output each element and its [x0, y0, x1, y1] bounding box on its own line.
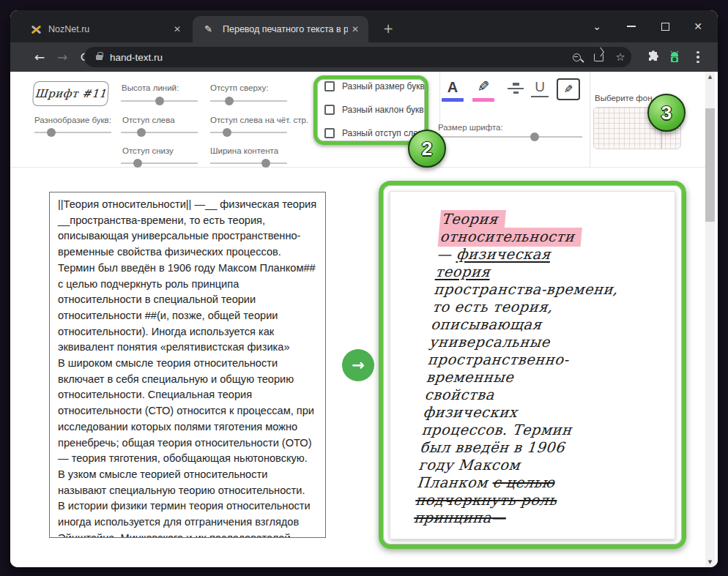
- handwritten-line: универсальные: [428, 334, 672, 351]
- browser-menu-icon[interactable]: [688, 47, 708, 67]
- browser-toolbar: ← → ⟳ hand-text.ru ☆: [10, 42, 718, 72]
- new-tab-button[interactable]: +: [381, 22, 395, 37]
- handwritten-line: временные: [426, 369, 669, 386]
- handwritten-line: Планком с целью: [416, 474, 659, 492]
- content-width-slider[interactable]: [210, 158, 287, 168]
- highlighter-pencil-icon[interactable]: ✎: [472, 78, 494, 95]
- left-margin-slider[interactable]: [121, 127, 198, 138]
- minimize-button[interactable]: [618, 10, 645, 42]
- handwritten-line: был введён в 1906: [420, 439, 663, 457]
- line-height-slider[interactable]: [121, 96, 198, 106]
- checkbox-row[interactable]: Разный размер букв: [324, 81, 425, 91]
- top-margin-slider[interactable]: [210, 96, 287, 106]
- strikethrough-button[interactable]: [508, 83, 524, 94]
- handwritten-line: описывающая: [430, 316, 673, 334]
- scroll-up-icon[interactable]: ▲: [705, 72, 715, 82]
- draw-marker-button[interactable]: ✎: [557, 78, 580, 100]
- handwritten-line: физических: [423, 404, 666, 422]
- slider-label: Разнообразие букв:: [34, 116, 111, 124]
- slider-label: Отступ снизу: [122, 146, 174, 155]
- tab-title: NozNet.ru: [48, 24, 170, 34]
- scroll-down-icon[interactable]: ▼: [705, 557, 715, 567]
- handwritten-line: относительности: [438, 228, 681, 246]
- window-close-button[interactable]: ✕: [685, 10, 711, 42]
- handwritten-line: принципа—: [413, 509, 656, 527]
- misspelled-word: Минковского: [120, 532, 183, 538]
- handwriting-result-paper[interactable]: Теорияотносительности— физическаятеорияп…: [390, 191, 675, 539]
- paragraph: В широком смысле теория относительности …: [58, 356, 317, 498]
- handwritten-line: свойства: [424, 386, 667, 404]
- handwritten-text: Теорияотносительности— физическаятеорияп…: [413, 211, 683, 527]
- browser-window: NozNet.ru ✕ ✎ Перевод печатного текста в…: [10, 10, 718, 567]
- slider-label: Размер шрифта:: [438, 123, 503, 132]
- letter-variety-slider[interactable]: [34, 127, 111, 138]
- url-text[interactable]: hand-text.ru: [110, 52, 565, 63]
- checkbox-left-indent[interactable]: [324, 128, 335, 138]
- tab-close-icon[interactable]: ✕: [348, 22, 363, 37]
- handwritten-line: подчеркнуть роль: [415, 492, 658, 509]
- convert-arrow-button[interactable]: →: [342, 349, 374, 381]
- tab-strip: NozNet.ru ✕ ✎ Перевод печатного текста в…: [10, 10, 718, 42]
- lock-icon: [96, 55, 103, 60]
- bottom-margin-slider[interactable]: [121, 158, 198, 168]
- divider: [10, 167, 705, 168]
- slider-label: Отступ слева: [122, 116, 175, 124]
- tools-icon: [30, 23, 42, 35]
- page-scrollbar[interactable]: ▲ ▼: [705, 72, 715, 567]
- checkbox-row[interactable]: Разный наклон букв: [324, 105, 424, 115]
- handwritten-line: теория: [434, 263, 677, 281]
- scrollbar-thumb[interactable]: [705, 108, 715, 222]
- checkbox-label: Разный наклон букв: [342, 105, 424, 115]
- pen-icon: ✎: [204, 23, 216, 35]
- font-size-slider[interactable]: [437, 132, 582, 142]
- handwritten-line: процессов. Термин: [421, 422, 664, 439]
- tab-search-chevron-icon[interactable]: ⌄: [584, 10, 610, 42]
- page-content: Шрифт #11 Высота линий: Отсутп сверху: Р…: [10, 72, 718, 567]
- handwritten-line: году Максом: [417, 457, 661, 474]
- handwritten-line: пространства-времени,: [433, 281, 676, 299]
- slider-label: Отступ слева на чёт. стр.: [210, 116, 308, 124]
- bookmark-star-icon[interactable]: ☆: [609, 47, 631, 67]
- address-bar[interactable]: hand-text.ru ☆: [84, 47, 631, 67]
- tab-close-icon[interactable]: ✕: [170, 22, 185, 37]
- extensions-puzzle-icon[interactable]: [643, 47, 664, 67]
- maximize-button[interactable]: [652, 10, 678, 42]
- handwritten-line: — физическая: [437, 246, 680, 263]
- font-select-button[interactable]: Шрифт #11: [32, 81, 109, 106]
- background-picker-label: Выберите фон: [595, 94, 653, 102]
- source-text-input[interactable]: ||Теория относительности|| —__ физическа…: [49, 192, 326, 538]
- slider-label: Высота линий:: [122, 83, 179, 92]
- divider: [590, 72, 590, 167]
- back-button[interactable]: ←: [29, 47, 50, 67]
- checkbox-letter-size[interactable]: [324, 81, 335, 91]
- checkbox-label: Разный размер букв: [342, 81, 425, 91]
- font-color-bar: [442, 98, 464, 102]
- slider-label: Отсутп сверху:: [210, 83, 268, 92]
- font-color-button[interactable]: A: [442, 79, 464, 96]
- checkbox-letter-slant[interactable]: [324, 105, 335, 115]
- slider-label: Ширина контента: [210, 146, 278, 155]
- zoom-out-icon[interactable]: [565, 47, 587, 67]
- annotation-badge-3: 3: [647, 94, 686, 132]
- even-page-left-margin-slider[interactable]: [210, 127, 287, 138]
- underline-button[interactable]: U: [531, 79, 549, 97]
- paragraph: В истории физики термин теория относител…: [58, 498, 317, 538]
- annotation-badge-2: 2: [408, 130, 446, 168]
- highlighter-color-bar: [472, 98, 494, 102]
- tab-title: Перевод печатного текста в ру: [223, 24, 348, 34]
- forward-button[interactable]: →: [52, 47, 73, 67]
- tab-hand-text[interactable]: ✎ Перевод печатного текста в ру ✕: [193, 16, 368, 42]
- share-icon[interactable]: [587, 47, 609, 67]
- handwritten-line: пространственно-: [427, 351, 670, 369]
- profile-avatar-android[interactable]: [664, 47, 685, 67]
- handwritten-line: то есть теория,: [431, 299, 675, 316]
- paragraph: ||Теория относительности|| —__ физическа…: [58, 197, 317, 356]
- tab-noznet[interactable]: NozNet.ru ✕: [18, 16, 190, 42]
- handwritten-line: Теория: [439, 211, 683, 228]
